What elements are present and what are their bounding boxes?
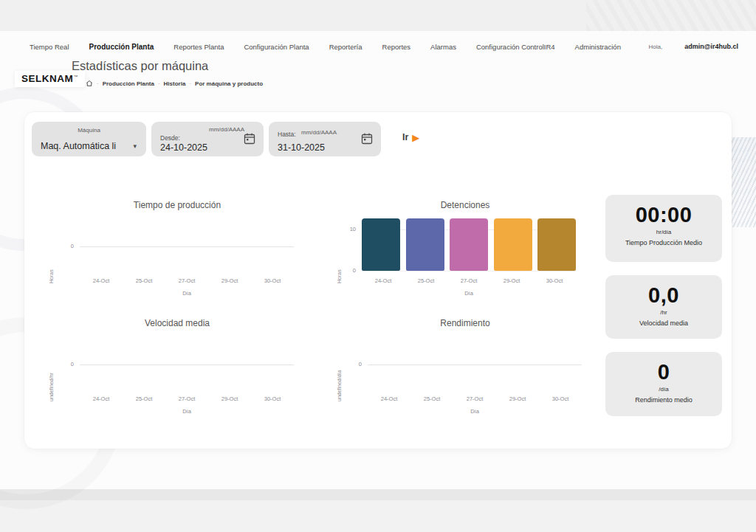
x-axis-ticks: 24-Oct 25-Oct 27-Oct 29-Oct 30-Oct — [80, 277, 294, 284]
chart-title: Tiempo de producción — [44, 200, 310, 210]
x-tick: 25-Oct — [410, 395, 453, 402]
y-tick: 0 — [350, 361, 362, 367]
machine-select-value: Maq. Automática li — [41, 141, 116, 151]
x-tick: 29-Oct — [496, 395, 539, 402]
kpi-tiempo-produccion-medio: 00:00 hr/día Tiempo Producción Medio — [605, 195, 722, 262]
logo-trademark: ™ — [73, 75, 78, 79]
kpi-rendimiento-medio: 0 /día Rendimiento medio — [605, 352, 722, 416]
date-to-label: Hasta: — [278, 131, 296, 138]
decorative-lines — [586, 0, 756, 31]
date-from-field[interactable]: mm/dd/AAAA Desde: 24-10-2025 — [151, 122, 264, 156]
home-icon[interactable] — [86, 80, 93, 87]
kpi-value: 0,0 — [605, 284, 722, 306]
filter-bar: Máquina Maq. Automática li ▾ mm/dd/AAAA … — [32, 122, 381, 156]
chart-rendimiento: Rendimiento undefined/día 0 24-Oct 25-Oc… — [332, 313, 598, 424]
go-button[interactable]: Ir ▶ — [402, 132, 419, 142]
kpi-unit: /hr — [605, 309, 722, 316]
nav-reportes[interactable]: Reportes — [382, 43, 411, 51]
top-navigation: Tiempo Real Producción Planta Reportes P… — [0, 38, 756, 55]
x-tick: 25-Oct — [123, 395, 165, 402]
x-axis-ticks: 24-Oct 25-Oct 27-Oct 29-Oct 30-Oct — [362, 277, 576, 284]
date-to-value: 31-10-2025 — [278, 142, 325, 153]
selknam-logo[interactable]: SELKNAM™ — [15, 71, 85, 87]
x-tick: 24-Oct — [80, 277, 123, 284]
nav-configuracion-planta[interactable]: Configuración Planta — [244, 43, 309, 51]
nav-administracion[interactable]: Administración — [575, 43, 621, 51]
x-tick: 30-Oct — [251, 395, 294, 402]
nav-tiempo-real[interactable]: Tiempo Real — [30, 43, 69, 51]
chart-velocidad-media: Velocidad media undefined/hr 0 24-Oct 25… — [44, 313, 310, 424]
y-tick: 0 — [62, 243, 74, 249]
date-from-label: Desde: — [160, 134, 180, 142]
chart-title: Rendimiento — [332, 318, 598, 328]
bar-plot-area — [362, 213, 576, 272]
breadcrumb-produccion-planta[interactable]: Producción Planta — [103, 80, 154, 87]
nav-alarmas[interactable]: Alarmas — [430, 43, 456, 51]
x-tick: 30-Oct — [251, 277, 294, 284]
date-from-value: 24-10-2025 — [160, 142, 207, 153]
bar-24-oct — [362, 218, 400, 271]
chart-tiempo-de-produccion: Tiempo de producción Horas 0 24-Oct 25-O… — [44, 195, 310, 305]
nav-produccion-planta[interactable]: Producción Planta — [89, 43, 154, 51]
date-to-field[interactable]: Hasta: mm/dd/AAAA 31-10-2025 — [269, 122, 381, 156]
calendar-icon[interactable] — [243, 132, 256, 145]
x-tick: 27-Oct — [165, 277, 208, 284]
nav-reporteria[interactable]: Reportería — [329, 43, 362, 51]
x-tick: 24-Oct — [368, 395, 410, 402]
kpi-unit: hr/día — [605, 229, 722, 235]
x-tick: 30-Oct — [533, 277, 576, 284]
machine-select[interactable]: Máquina Maq. Automática li ▾ — [32, 122, 146, 156]
breadcrumb-historia[interactable]: Historia — [164, 80, 186, 87]
zero-axis-line — [368, 365, 582, 365]
x-tick: 29-Oct — [208, 277, 251, 284]
x-tick: 25-Oct — [123, 277, 165, 284]
kpi-column: 00:00 hr/día Tiempo Producción Medio 0,0… — [605, 195, 722, 416]
y-axis-label: undefined/hr — [49, 335, 54, 401]
breadcrumb-separator: · — [97, 80, 99, 87]
x-axis-ticks: 24-Oct 25-Oct 27-Oct 29-Oct 30-Oct — [368, 395, 582, 402]
y-tick: 0 — [343, 267, 356, 274]
x-tick: 24-Oct — [80, 395, 123, 402]
kpi-value: 00:00 — [605, 204, 722, 226]
x-tick: 27-Oct — [165, 395, 208, 402]
y-axis-label: Horas — [49, 217, 54, 283]
x-axis-ticks: 24-Oct 25-Oct 27-Oct 29-Oct 30-Oct — [80, 395, 294, 402]
calendar-icon[interactable] — [360, 132, 374, 145]
x-tick: 29-Oct — [208, 395, 251, 402]
footer-gray-strip — [0, 489, 756, 500]
page-title: Estadísticas por máquina — [72, 59, 208, 73]
nav-reportes-planta[interactable]: Reportes Planta — [173, 43, 224, 51]
date-from-placeholder: mm/dd/AAAA — [209, 126, 244, 133]
zero-axis-line — [80, 365, 294, 365]
date-to-placeholder: mm/dd/AAAA — [301, 129, 337, 136]
nav-configuracion-controlir4[interactable]: Configuración ControlIR4 — [476, 43, 555, 51]
bar-27-oct — [450, 218, 488, 271]
x-axis-label: Día — [368, 408, 582, 415]
main-content-card: Máquina Maq. Automática li ▾ mm/dd/AAAA … — [24, 112, 732, 449]
machine-select-label: Máquina — [32, 127, 146, 134]
bar-30-oct — [537, 218, 576, 271]
breadcrumb-separator: · — [189, 80, 191, 87]
bar-25-oct — [406, 218, 444, 271]
kpi-unit: /día — [605, 386, 722, 393]
x-axis-label: Día — [362, 290, 576, 297]
kpi-velocidad-media: 0,0 /hr Velocidad media — [605, 275, 722, 339]
x-axis-label: Día — [80, 408, 294, 415]
y-axis-label: undefined/día — [337, 335, 342, 401]
x-tick: 24-Oct — [362, 277, 405, 284]
user-email[interactable]: admin@ir4hub.cl — [684, 43, 738, 50]
kpi-label: Tiempo Producción Medio — [605, 239, 722, 246]
zero-axis-line — [80, 246, 294, 247]
breadcrumb-separator: · — [158, 80, 160, 87]
x-tick: 27-Oct — [453, 395, 496, 402]
footer-background — [0, 500, 756, 532]
chevron-down-icon: ▾ — [133, 142, 137, 150]
chart-title: Velocidad media — [44, 318, 310, 328]
x-tick: 29-Oct — [490, 277, 533, 284]
kpi-label: Velocidad media — [605, 319, 722, 327]
x-axis-label: Día — [80, 290, 294, 297]
y-tick: 10 — [343, 226, 356, 232]
bar-29-oct — [494, 218, 532, 271]
kpi-value: 0 — [605, 361, 722, 383]
breadcrumb-por-maquina-y-producto[interactable]: Por máquina y producto — [195, 80, 263, 87]
